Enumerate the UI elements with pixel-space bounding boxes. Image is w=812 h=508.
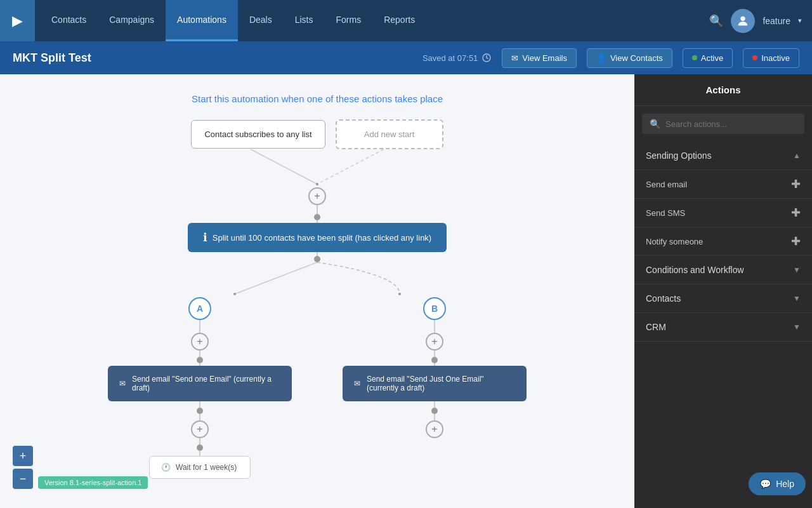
svg-point-0 bbox=[741, 16, 745, 20]
svg-line-3 bbox=[317, 149, 384, 184]
svg-point-4 bbox=[316, 183, 318, 185]
v-line-b2 bbox=[434, 351, 435, 357]
search-input[interactable] bbox=[665, 119, 797, 129]
add-start-node[interactable]: Add new start bbox=[336, 119, 443, 149]
avatar[interactable] bbox=[731, 9, 755, 33]
nav-item-automations[interactable]: Automations bbox=[166, 0, 238, 41]
zoom-in-button[interactable]: + bbox=[13, 446, 33, 466]
email-node-b[interactable]: ✉ Send email "Send Just One Email" (curr… bbox=[343, 366, 527, 401]
add-button-a2[interactable]: + bbox=[191, 420, 209, 438]
add-button-a[interactable]: + bbox=[191, 333, 209, 351]
active-button[interactable]: Active bbox=[683, 48, 733, 68]
v-line-1 bbox=[317, 205, 318, 214]
v-line-a2 bbox=[199, 351, 200, 357]
branch-a: A + ✉ Send email "Send one Email" (curre… bbox=[108, 297, 292, 479]
sidebar-section-contacts: Contacts ▼ bbox=[634, 284, 812, 313]
email-icon: ✉ bbox=[511, 53, 518, 63]
sidebar-section-crm: CRM ▼ bbox=[634, 313, 812, 342]
nav-items: Contacts Campaigns Automations Deals Lis… bbox=[40, 0, 709, 41]
sidebar-item-notify[interactable]: Notify someone ✚ bbox=[634, 227, 812, 255]
nav-item-campaigns[interactable]: Campaigns bbox=[98, 0, 166, 41]
canvas: Start this automation when one of these … bbox=[0, 74, 634, 508]
connector-dot-2 bbox=[314, 256, 320, 262]
sidebar-item-send-email[interactable]: Send email ✚ bbox=[634, 170, 812, 198]
sidebar-item-send-sms[interactable]: Send SMS ✚ bbox=[634, 198, 812, 227]
branch-b-label: B bbox=[423, 297, 446, 320]
v-line-a6 bbox=[199, 438, 200, 444]
saved-indicator: Saved at 07:51 bbox=[422, 53, 492, 63]
sidebar-section-sending-header[interactable]: Sending Options ▲ bbox=[634, 142, 812, 170]
branch-b: B + ✉ Send email "Send Just One Email" (… bbox=[343, 297, 527, 438]
split-node[interactable]: ℹ Split until 100 contacts have been spl… bbox=[188, 223, 447, 252]
chevron-down-icon-contacts: ▼ bbox=[793, 294, 801, 303]
add-icon-send-sms: ✚ bbox=[791, 206, 801, 220]
connector-dot-b bbox=[431, 357, 438, 363]
split-icon: ℹ bbox=[203, 231, 207, 244]
branch-a-label: A bbox=[188, 297, 211, 320]
add-button-b[interactable]: + bbox=[426, 333, 443, 351]
v-line-b4 bbox=[434, 401, 435, 408]
nav-item-reports[interactable]: Reports bbox=[372, 0, 426, 41]
svg-line-5 bbox=[235, 262, 317, 294]
nav-user-chevron: ▾ bbox=[798, 17, 802, 25]
connector-dot-b2 bbox=[431, 408, 438, 414]
contacts-icon: 👤 bbox=[596, 53, 606, 63]
svg-point-6 bbox=[233, 293, 236, 295]
nav-item-lists[interactable]: Lists bbox=[284, 0, 325, 41]
flow-container: Contact subscribes to any list Add new s… bbox=[19, 119, 615, 479]
start-text: Start this automation when one of these … bbox=[19, 93, 615, 104]
sidebar-search-container[interactable]: 🔍 bbox=[642, 114, 804, 134]
sidebar-section-conditions-header[interactable]: Conditions and Workflow ▼ bbox=[634, 256, 812, 284]
connector-dot-1 bbox=[314, 214, 320, 220]
sidebar-section-crm-header[interactable]: CRM ▼ bbox=[634, 313, 812, 341]
connector-dot-a bbox=[197, 357, 203, 363]
nav-item-forms[interactable]: Forms bbox=[325, 0, 373, 41]
sidebar-header: Actions bbox=[634, 74, 812, 106]
page-title: MKT Split Test bbox=[13, 51, 412, 65]
sidebar-section-sending: Sending Options ▲ Send email ✚ Send SMS … bbox=[634, 142, 812, 256]
search-icon[interactable]: 🔍 bbox=[709, 14, 723, 28]
chevron-down-icon-conditions: ▼ bbox=[793, 265, 801, 274]
add-button-top[interactable]: + bbox=[308, 187, 326, 205]
add-icon-notify: ✚ bbox=[791, 234, 801, 248]
zoom-out-button[interactable]: − bbox=[13, 469, 33, 489]
svg-line-2 bbox=[251, 149, 317, 184]
chevron-up-icon: ▲ bbox=[793, 151, 801, 160]
trigger-node-subscribe[interactable]: Contact subscribes to any list bbox=[191, 120, 325, 149]
v-line-a5 bbox=[199, 414, 200, 420]
connector-dot-a3 bbox=[197, 444, 203, 451]
zoom-controls: + − bbox=[13, 446, 33, 489]
sub-header: MKT Split Test Saved at 07:51 ✉ View Ema… bbox=[0, 41, 812, 74]
help-button[interactable]: 💬 Help bbox=[749, 472, 806, 495]
add-icon-send-email: ✚ bbox=[791, 177, 801, 191]
v-line-a1 bbox=[199, 320, 200, 333]
nav-item-contacts[interactable]: Contacts bbox=[40, 0, 98, 41]
view-contacts-button[interactable]: 👤 View Contacts bbox=[587, 48, 672, 68]
v-line-a4 bbox=[199, 401, 200, 408]
help-chat-icon: 💬 bbox=[760, 479, 771, 489]
active-dot-icon bbox=[692, 55, 697, 60]
trigger-row: Contact subscribes to any list Add new s… bbox=[191, 119, 443, 149]
v-line-b5 bbox=[434, 414, 435, 420]
logo-arrow-icon: ▶ bbox=[12, 13, 23, 29]
converging-lines-svg bbox=[159, 149, 476, 187]
connector-dot-a2 bbox=[197, 408, 203, 414]
search-icon-sidebar: 🔍 bbox=[650, 119, 660, 129]
view-emails-button[interactable]: ✉ View Emails bbox=[502, 48, 577, 68]
v-line-a7 bbox=[199, 451, 200, 456]
sidebar-section-contacts-header[interactable]: Contacts ▼ bbox=[634, 284, 812, 312]
inactive-button[interactable]: Inactive bbox=[743, 48, 799, 68]
version-badge: Version 8.1-series-split-action.1 bbox=[38, 476, 148, 489]
nav-logo[interactable]: ▶ bbox=[0, 0, 35, 41]
svg-point-7 bbox=[398, 293, 401, 295]
main-layout: Start this automation when one of these … bbox=[0, 74, 812, 508]
nav-item-deals[interactable]: Deals bbox=[238, 0, 284, 41]
branches-container: A + ✉ Send email "Send one Email" (curre… bbox=[108, 297, 527, 479]
nav-right: 🔍 feature ▾ bbox=[709, 9, 802, 33]
sidebar: Actions 🔍 Sending Options ▲ Send email ✚… bbox=[634, 74, 812, 508]
nav-user[interactable]: feature bbox=[763, 16, 790, 26]
add-button-b2[interactable]: + bbox=[426, 420, 443, 438]
email-node-a[interactable]: ✉ Send email "Send one Email" (currently… bbox=[108, 366, 292, 401]
wait-node-a[interactable]: 🕐 Wait for 1 week(s) bbox=[149, 456, 251, 479]
email-icon-b: ✉ bbox=[354, 379, 360, 388]
